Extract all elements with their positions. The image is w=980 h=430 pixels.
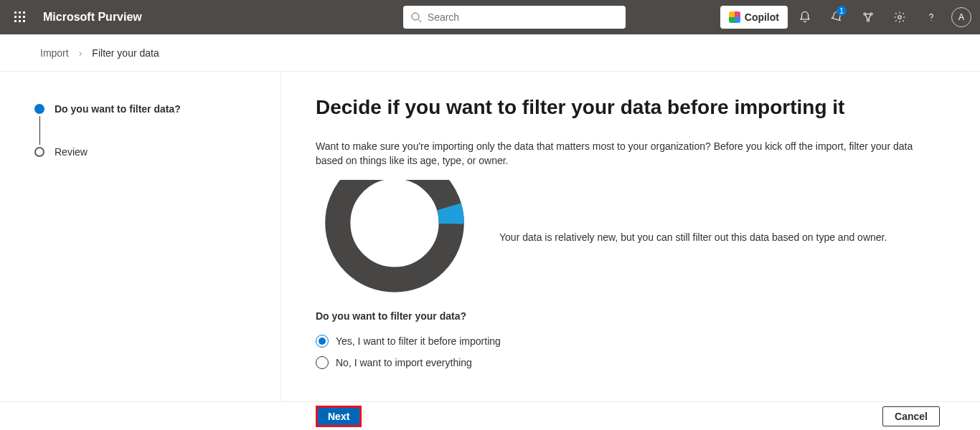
svg-point-16 [338, 180, 451, 280]
search-input[interactable] [428, 11, 618, 23]
app-launcher-icon[interactable] [9, 6, 32, 29]
topbar-right: Copilot 1 A [720, 3, 971, 32]
svg-rect-2 [23, 11, 25, 14]
filter-question: Do you want to filter your data? [316, 310, 957, 322]
body-wrap: Do you want to filter data? Review Decid… [0, 72, 980, 401]
wizard-footer: Next Cancel [0, 401, 980, 430]
step-indicator-icon [34, 104, 44, 114]
step-label: Do you want to filter data? [55, 103, 181, 115]
search-wrap [403, 6, 626, 29]
wizard-steps-sidebar: Do you want to filter data? Review [0, 72, 281, 401]
badge-count: 1 [837, 6, 847, 16]
copilot-button[interactable]: Copilot [720, 6, 788, 29]
radio-icon [316, 356, 329, 369]
breadcrumb-item-current: Filter your data [92, 47, 159, 59]
avatar[interactable]: A [951, 7, 971, 27]
help-icon[interactable] [917, 3, 946, 32]
connections-icon[interactable] [854, 3, 882, 32]
chart-note: Your data is relatively new, but you can… [499, 231, 957, 243]
main-content: Decide if you want to filter your data b… [281, 72, 980, 401]
copilot-icon [729, 11, 740, 23]
breadcrumb: Import › Filter your data [0, 34, 980, 72]
svg-rect-1 [19, 11, 21, 14]
app-title: Microsoft Purview [43, 11, 142, 24]
svg-point-15 [930, 20, 931, 21]
copilot-label: Copilot [745, 11, 779, 23]
svg-rect-8 [23, 20, 25, 22]
svg-point-9 [412, 13, 419, 20]
page-description: Want to make sure you're importing only … [316, 139, 940, 168]
next-button[interactable]: Next [316, 406, 362, 427]
radio-label: Yes, I want to filter it before importin… [336, 335, 501, 347]
radio-label: No, I want to import everything [336, 357, 472, 368]
svg-point-14 [898, 16, 902, 19]
chart-row: Your data is relatively new, but you can… [316, 180, 957, 295]
breadcrumb-item-import[interactable]: Import [40, 47, 69, 59]
notification-bell-icon[interactable] [791, 3, 819, 32]
svg-rect-0 [14, 11, 17, 14]
task-bell-icon[interactable]: 1 [822, 3, 851, 32]
gear-icon[interactable] [885, 3, 914, 32]
svg-rect-6 [14, 20, 17, 22]
avatar-initial: A [958, 12, 964, 22]
search-box[interactable] [403, 6, 626, 29]
step-label: Review [55, 146, 88, 158]
svg-point-13 [867, 19, 869, 22]
search-icon [410, 11, 422, 23]
data-age-donut-chart [316, 180, 473, 295]
wizard-step-review[interactable]: Review [34, 146, 281, 158]
radio-icon [316, 335, 329, 348]
chevron-right-icon: › [79, 47, 83, 59]
step-indicator-icon [34, 147, 44, 157]
top-bar: Microsoft Purview Copilot 1 A [0, 0, 980, 34]
cancel-button[interactable]: Cancel [882, 406, 940, 426]
step-connector [39, 116, 40, 145]
svg-rect-7 [19, 20, 21, 22]
svg-rect-4 [19, 16, 21, 18]
svg-line-10 [418, 19, 421, 22]
radio-option-no[interactable]: No, I want to import everything [316, 356, 957, 369]
page-title: Decide if you want to filter your data b… [316, 96, 957, 119]
radio-option-yes[interactable]: Yes, I want to filter it before importin… [316, 335, 957, 348]
svg-rect-3 [14, 16, 17, 18]
svg-rect-5 [23, 16, 25, 18]
wizard-step-filter[interactable]: Do you want to filter data? [34, 103, 281, 115]
